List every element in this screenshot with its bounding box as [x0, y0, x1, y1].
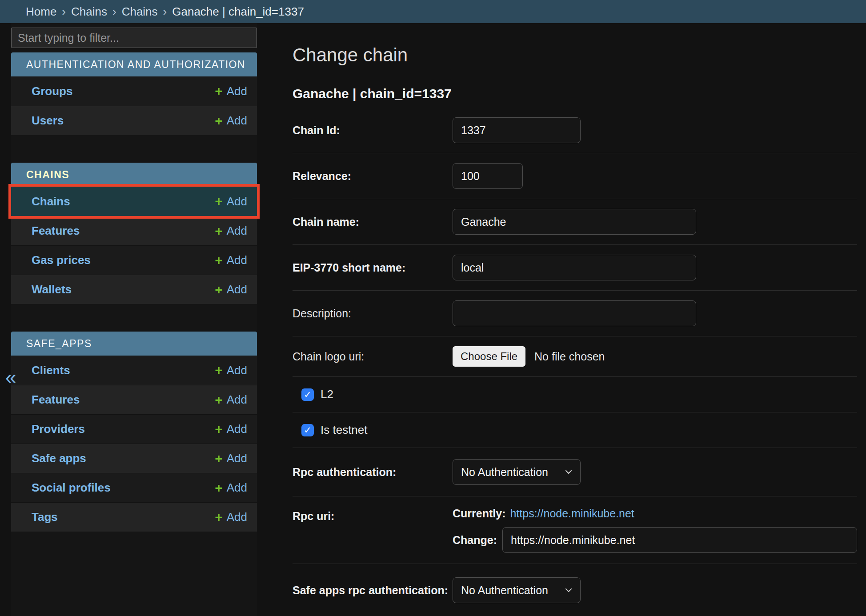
safe-apps-rpc-auth-label: Safe apps rpc authentication: [293, 584, 453, 597]
sidebar-item-gas-prices[interactable]: Gas prices + Add [11, 245, 257, 275]
safe-apps-rpc-auth-select[interactable]: No Authentication [453, 577, 581, 603]
plus-icon: + [215, 224, 223, 238]
plus-icon: + [215, 481, 223, 495]
main-content: Change chain Ganache | chain_id=1337 Cha… [257, 23, 866, 616]
rpc-auth-label: Rpc authentication: [293, 466, 453, 479]
plus-icon: + [215, 84, 223, 98]
breadcrumb-current: Ganache | chain_id=1337 [172, 5, 304, 19]
plus-icon: + [215, 254, 223, 267]
rpc-uri-label: Rpc uri: [293, 507, 453, 523]
short-name-input[interactable] [453, 255, 696, 280]
plus-icon: + [215, 393, 223, 407]
field-row-short-name: EIP-3770 short name: [293, 245, 857, 291]
choose-file-button[interactable]: Choose File [453, 346, 525, 367]
rpc-uri-current-link[interactable]: https://node.minikube.net [510, 507, 634, 520]
sidebar-item-safe-features[interactable]: Features + Add [11, 385, 257, 414]
field-row-chain-logo: Chain logo uri: Choose File No file chos… [293, 336, 857, 377]
chain-logo-label: Chain logo uri: [293, 350, 453, 363]
sidebar-item-wallets[interactable]: Wallets + Add [11, 275, 257, 304]
add-social-profiles-link[interactable]: + Add [215, 481, 247, 495]
plus-icon: + [215, 423, 223, 436]
chevron-down-icon [564, 586, 573, 595]
add-chains-link[interactable]: + Add [215, 195, 247, 208]
relevance-input[interactable] [453, 163, 523, 189]
add-tags-link[interactable]: + Add [215, 510, 247, 524]
plus-icon: + [215, 195, 223, 208]
page-title: Change chain [293, 44, 857, 66]
check-icon: ✓ [304, 390, 312, 399]
file-status-text: No file chosen [534, 350, 605, 363]
breadcrumb-separator: › [62, 5, 66, 19]
object-title: Ganache | chain_id=1337 [293, 86, 857, 101]
add-features-link[interactable]: + Add [215, 224, 247, 238]
field-row-chain-id: Chain Id: [293, 108, 857, 153]
module-auth-caption[interactable]: AUTHENTICATION AND AUTHORIZATION [11, 52, 257, 76]
chain-id-label: Chain Id: [293, 124, 453, 137]
breadcrumb-separator: › [163, 5, 167, 19]
field-row-rpc-auth: Rpc authentication: No Authentication [293, 448, 857, 496]
sidebar-filter-input[interactable] [11, 28, 257, 48]
sidebar-collapse-icon[interactable]: « [5, 368, 16, 387]
sidebar-item-chains[interactable]: Chains + Add [11, 187, 257, 216]
sidebar-item-safe-apps[interactable]: Safe apps + Add [11, 444, 257, 473]
l2-checkbox[interactable]: ✓ [301, 388, 314, 401]
sidebar-item-users[interactable]: Users + Add [11, 106, 257, 135]
add-safe-apps-link[interactable]: + Add [215, 452, 247, 465]
plus-icon: + [215, 114, 223, 128]
chain-name-input[interactable] [453, 209, 696, 235]
field-row-description: Description: [293, 291, 857, 336]
breadcrumb-link-home[interactable]: Home [26, 5, 56, 19]
sidebar-item-features[interactable]: Features + Add [11, 216, 257, 245]
field-row-relevance: Relevance: [293, 153, 857, 199]
add-groups-link[interactable]: + Add [215, 84, 247, 98]
rpc-uri-change-input[interactable] [502, 527, 857, 553]
short-name-label: EIP-3770 short name: [293, 261, 453, 274]
module-chains-caption[interactable]: CHAINS [11, 163, 257, 187]
rpc-uri-change-label: Change: [453, 534, 497, 547]
module-chains: CHAINS Chains + Add Features + Add Gas p… [11, 163, 257, 304]
plus-icon: + [215, 364, 223, 377]
plus-icon: + [215, 511, 223, 524]
breadcrumb-link-chains-model[interactable]: Chains [122, 5, 158, 19]
description-label: Description: [293, 307, 453, 320]
plus-icon: + [215, 452, 223, 465]
breadcrumb-link-chains-app[interactable]: Chains [71, 5, 107, 19]
sidebar-item-groups[interactable]: Groups + Add [11, 76, 257, 106]
plus-icon: + [215, 283, 223, 296]
is-testnet-checkbox[interactable]: ✓ [301, 424, 314, 436]
add-gas-prices-link[interactable]: + Add [215, 253, 247, 267]
chain-name-label: Chain name: [293, 216, 453, 228]
module-safe-apps-caption[interactable]: SAFE_APPS [11, 332, 257, 356]
field-row-rpc-uri: Rpc uri: Currently: https://node.minikub… [293, 496, 857, 564]
description-input[interactable] [453, 300, 696, 326]
module-safe-apps: SAFE_APPS Clients + Add Features + Add P… [11, 332, 257, 532]
sidebar-item-social-profiles[interactable]: Social profiles + Add [11, 473, 257, 502]
safe-apps-rpc-auth-selected-value: No Authentication [461, 584, 548, 597]
add-safe-features-link[interactable]: + Add [215, 393, 247, 407]
check-icon: ✓ [304, 425, 312, 435]
rpc-auth-selected-value: No Authentication [461, 466, 548, 479]
add-providers-link[interactable]: + Add [215, 422, 247, 436]
relevance-label: Relevance: [293, 170, 453, 183]
sidebar-item-tags[interactable]: Tags + Add [11, 502, 257, 532]
rpc-uri-currently-label: Currently: [453, 507, 505, 520]
field-row-chain-name: Chain name: [293, 199, 857, 245]
sidebar-item-clients[interactable]: Clients + Add [11, 356, 257, 385]
sidebar: « AUTHENTICATION AND AUTHORIZATION Group… [11, 23, 257, 616]
module-auth: AUTHENTICATION AND AUTHORIZATION Groups … [11, 52, 257, 135]
breadcrumb: Home › Chains › Chains › Ganache | chain… [0, 0, 866, 23]
breadcrumb-separator: › [112, 5, 116, 19]
chevron-down-icon [564, 468, 573, 476]
chain-id-input[interactable] [453, 117, 581, 143]
add-clients-link[interactable]: + Add [215, 364, 247, 377]
field-row-safe-apps-rpc-auth: Safe apps rpc authentication: No Authent… [293, 564, 857, 616]
sidebar-item-providers[interactable]: Providers + Add [11, 414, 257, 444]
l2-label: L2 [321, 388, 333, 401]
field-row-is-testnet: ✓ Is testnet [293, 412, 857, 448]
rpc-auth-select[interactable]: No Authentication [453, 459, 581, 485]
add-wallets-link[interactable]: + Add [215, 283, 247, 296]
add-users-link[interactable]: + Add [215, 114, 247, 128]
is-testnet-label: Is testnet [321, 423, 368, 437]
field-row-l2: ✓ L2 [293, 377, 857, 412]
